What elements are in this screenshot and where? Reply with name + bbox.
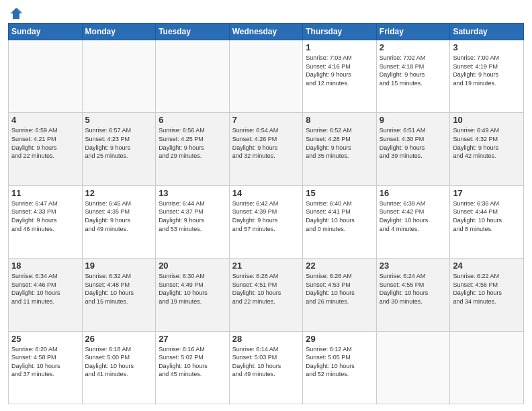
day-info: Sunrise: 6:44 AM Sunset: 4:37 PM Dayligh… xyxy=(159,199,226,233)
day-info: Sunrise: 6:18 AM Sunset: 5:00 PM Dayligh… xyxy=(85,345,153,379)
calendar-cell xyxy=(156,40,230,113)
day-info: Sunrise: 6:40 AM Sunset: 4:41 PM Dayligh… xyxy=(306,199,373,233)
page: SundayMondayTuesdayWednesdayThursdayFrid… xyxy=(0,0,532,411)
day-number: 15 xyxy=(306,188,373,198)
week-row-0: 1Sunrise: 7:03 AM Sunset: 4:16 PM Daylig… xyxy=(9,40,524,113)
day-info: Sunrise: 6:42 AM Sunset: 4:39 PM Dayligh… xyxy=(232,199,300,233)
day-number: 3 xyxy=(453,42,521,52)
header-row: SundayMondayTuesdayWednesdayThursdayFrid… xyxy=(9,24,524,40)
day-info: Sunrise: 6:57 AM Sunset: 4:23 PM Dayligh… xyxy=(85,126,153,160)
calendar-cell xyxy=(450,331,524,404)
day-number: 16 xyxy=(380,188,447,198)
day-info: Sunrise: 6:45 AM Sunset: 4:35 PM Dayligh… xyxy=(85,199,153,233)
calendar-cell: 26Sunrise: 6:18 AM Sunset: 5:00 PM Dayli… xyxy=(82,331,156,404)
day-info: Sunrise: 6:36 AM Sunset: 4:44 PM Dayligh… xyxy=(453,199,521,233)
header xyxy=(8,7,524,17)
calendar-cell: 9Sunrise: 6:51 AM Sunset: 4:30 PM Daylig… xyxy=(376,113,450,185)
day-info: Sunrise: 6:30 AM Sunset: 4:49 PM Dayligh… xyxy=(159,272,226,306)
day-number: 24 xyxy=(453,261,521,271)
day-info: Sunrise: 6:56 AM Sunset: 4:25 PM Dayligh… xyxy=(159,126,226,160)
day-number: 28 xyxy=(232,334,300,344)
col-header-sunday: Sunday xyxy=(9,24,83,40)
day-info: Sunrise: 6:14 AM Sunset: 5:03 PM Dayligh… xyxy=(232,345,300,379)
day-number: 19 xyxy=(85,261,153,271)
day-info: Sunrise: 6:59 AM Sunset: 4:21 PM Dayligh… xyxy=(11,126,79,160)
day-number: 26 xyxy=(85,334,153,344)
calendar-cell: 16Sunrise: 6:38 AM Sunset: 4:42 PM Dayli… xyxy=(376,185,450,258)
logo xyxy=(8,7,23,17)
col-header-monday: Monday xyxy=(82,24,156,40)
calendar-cell: 27Sunrise: 6:16 AM Sunset: 5:02 PM Dayli… xyxy=(156,331,230,404)
calendar-cell: 15Sunrise: 6:40 AM Sunset: 4:41 PM Dayli… xyxy=(303,185,377,258)
calendar-cell: 23Sunrise: 6:24 AM Sunset: 4:55 PM Dayli… xyxy=(376,259,450,331)
calendar-cell: 24Sunrise: 6:22 AM Sunset: 4:56 PM Dayli… xyxy=(450,259,524,331)
calendar-cell: 14Sunrise: 6:42 AM Sunset: 4:39 PM Dayli… xyxy=(229,185,303,258)
day-info: Sunrise: 6:34 AM Sunset: 4:46 PM Dayligh… xyxy=(11,272,79,306)
calendar-cell: 28Sunrise: 6:14 AM Sunset: 5:03 PM Dayli… xyxy=(229,331,303,404)
col-header-saturday: Saturday xyxy=(450,24,524,40)
day-number: 13 xyxy=(159,188,226,198)
day-number: 6 xyxy=(159,115,226,125)
day-info: Sunrise: 6:20 AM Sunset: 4:58 PM Dayligh… xyxy=(11,345,79,379)
day-number: 21 xyxy=(232,261,300,271)
day-number: 18 xyxy=(11,261,79,271)
day-info: Sunrise: 6:28 AM Sunset: 4:51 PM Dayligh… xyxy=(232,272,300,306)
day-info: Sunrise: 6:51 AM Sunset: 4:30 PM Dayligh… xyxy=(380,126,447,160)
calendar-cell xyxy=(82,40,156,113)
week-row-4: 25Sunrise: 6:20 AM Sunset: 4:58 PM Dayli… xyxy=(9,331,524,404)
day-number: 27 xyxy=(159,334,226,344)
day-info: Sunrise: 6:24 AM Sunset: 4:55 PM Dayligh… xyxy=(380,272,447,306)
calendar-cell: 1Sunrise: 7:03 AM Sunset: 4:16 PM Daylig… xyxy=(303,40,377,113)
calendar-cell xyxy=(9,40,83,113)
day-number: 10 xyxy=(453,115,521,125)
calendar-cell: 25Sunrise: 6:20 AM Sunset: 4:58 PM Dayli… xyxy=(9,331,83,404)
day-number: 2 xyxy=(380,42,447,52)
day-number: 20 xyxy=(159,261,226,271)
calendar-cell xyxy=(376,331,450,404)
week-row-3: 18Sunrise: 6:34 AM Sunset: 4:46 PM Dayli… xyxy=(9,259,524,331)
day-number: 9 xyxy=(380,115,447,125)
week-row-2: 11Sunrise: 6:47 AM Sunset: 4:33 PM Dayli… xyxy=(9,185,524,258)
day-info: Sunrise: 7:03 AM Sunset: 4:16 PM Dayligh… xyxy=(306,54,373,87)
day-number: 8 xyxy=(306,115,373,125)
week-row-1: 4Sunrise: 6:59 AM Sunset: 4:21 PM Daylig… xyxy=(9,113,524,185)
day-number: 1 xyxy=(306,42,373,52)
day-info: Sunrise: 6:32 AM Sunset: 4:48 PM Dayligh… xyxy=(85,272,153,306)
day-number: 4 xyxy=(11,115,79,125)
day-info: Sunrise: 6:16 AM Sunset: 5:02 PM Dayligh… xyxy=(159,345,226,379)
calendar-cell: 20Sunrise: 6:30 AM Sunset: 4:49 PM Dayli… xyxy=(156,259,230,331)
day-number: 11 xyxy=(11,188,79,198)
day-number: 5 xyxy=(85,115,153,125)
calendar-cell xyxy=(229,40,303,113)
calendar-cell: 21Sunrise: 6:28 AM Sunset: 4:51 PM Dayli… xyxy=(229,259,303,331)
calendar-cell: 2Sunrise: 7:02 AM Sunset: 4:18 PM Daylig… xyxy=(376,40,450,113)
calendar-cell: 5Sunrise: 6:57 AM Sunset: 4:23 PM Daylig… xyxy=(82,113,156,185)
calendar-cell: 18Sunrise: 6:34 AM Sunset: 4:46 PM Dayli… xyxy=(9,259,83,331)
calendar-cell: 8Sunrise: 6:52 AM Sunset: 4:28 PM Daylig… xyxy=(303,113,377,185)
col-header-wednesday: Wednesday xyxy=(229,24,303,40)
calendar-cell: 22Sunrise: 6:26 AM Sunset: 4:53 PM Dayli… xyxy=(303,259,377,331)
day-info: Sunrise: 6:49 AM Sunset: 4:32 PM Dayligh… xyxy=(453,126,521,160)
day-info: Sunrise: 7:00 AM Sunset: 4:19 PM Dayligh… xyxy=(453,54,521,87)
day-info: Sunrise: 6:54 AM Sunset: 4:26 PM Dayligh… xyxy=(232,126,300,160)
calendar-cell: 17Sunrise: 6:36 AM Sunset: 4:44 PM Dayli… xyxy=(450,185,524,258)
day-number: 23 xyxy=(380,261,447,271)
calendar-cell: 7Sunrise: 6:54 AM Sunset: 4:26 PM Daylig… xyxy=(229,113,303,185)
col-header-thursday: Thursday xyxy=(303,24,377,40)
calendar-cell: 19Sunrise: 6:32 AM Sunset: 4:48 PM Dayli… xyxy=(82,259,156,331)
col-header-friday: Friday xyxy=(376,24,450,40)
day-info: Sunrise: 7:02 AM Sunset: 4:18 PM Dayligh… xyxy=(380,54,447,87)
day-number: 25 xyxy=(11,334,79,344)
day-number: 14 xyxy=(232,188,300,198)
col-header-tuesday: Tuesday xyxy=(156,24,230,40)
calendar-cell: 13Sunrise: 6:44 AM Sunset: 4:37 PM Dayli… xyxy=(156,185,230,258)
logo-icon xyxy=(9,7,23,20)
calendar-cell: 3Sunrise: 7:00 AM Sunset: 4:19 PM Daylig… xyxy=(450,40,524,113)
calendar-cell: 6Sunrise: 6:56 AM Sunset: 4:25 PM Daylig… xyxy=(156,113,230,185)
calendar: SundayMondayTuesdayWednesdayThursdayFrid… xyxy=(8,23,524,404)
day-info: Sunrise: 6:26 AM Sunset: 4:53 PM Dayligh… xyxy=(306,272,373,306)
calendar-cell: 4Sunrise: 6:59 AM Sunset: 4:21 PM Daylig… xyxy=(9,113,83,185)
day-info: Sunrise: 6:47 AM Sunset: 4:33 PM Dayligh… xyxy=(11,199,79,233)
day-number: 22 xyxy=(306,261,373,271)
day-info: Sunrise: 6:22 AM Sunset: 4:56 PM Dayligh… xyxy=(453,272,521,306)
